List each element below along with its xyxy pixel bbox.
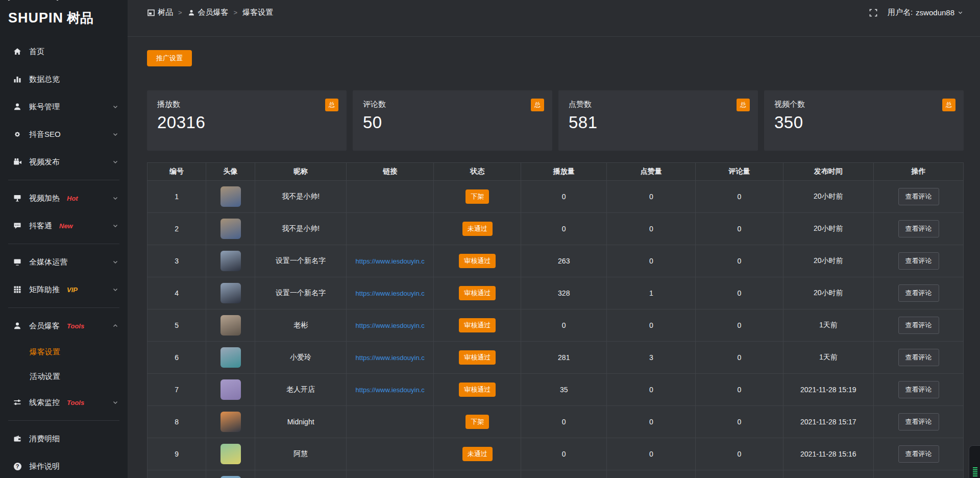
sidebar-item-tag: Tools: [67, 399, 84, 407]
sidebar-item-label: 抖客通: [29, 221, 52, 231]
status-badge[interactable]: 审核通过: [459, 350, 496, 365]
video-link[interactable]: https://www.iesdouyin.c: [349, 386, 431, 394]
cell-action: [874, 470, 964, 478]
avatar: [220, 379, 241, 400]
cell-link: [347, 406, 434, 438]
column-header: 发布时间: [783, 163, 873, 181]
view-comments-button[interactable]: 查看评论: [898, 381, 939, 398]
value-plays: 0: [562, 321, 566, 329]
sidebar-item-label: 矩阵助推: [29, 285, 60, 295]
chevron-up-icon: [112, 323, 118, 329]
cell-avatar: [206, 181, 255, 213]
view-comments-button[interactable]: 查看评论: [898, 188, 939, 205]
view-comments-button[interactable]: 查看评论: [898, 349, 939, 366]
sidebar-item-clue-monitor[interactable]: 线索监控Tools: [0, 389, 128, 416]
view-comments-button[interactable]: 查看评论: [898, 317, 939, 334]
status-badge[interactable]: 审核通过: [459, 254, 496, 268]
sidebar-item-matrix-boost[interactable]: 矩阵助推VIP: [0, 276, 128, 303]
cell-time: [783, 470, 873, 478]
sidebar-subitem-baoke-settings[interactable]: 爆客设置: [0, 340, 128, 364]
floating-widget[interactable]: [969, 445, 980, 478]
sidebar-item-douyin-seo[interactable]: 抖音SEO: [0, 121, 128, 148]
stat-card-label: 评论数: [363, 100, 542, 109]
sidebar-item-video-publish[interactable]: 视频发布: [0, 148, 128, 176]
view-comments-button[interactable]: 查看评论: [898, 252, 939, 270]
sidebar-item-data-overview[interactable]: 数据总览: [0, 65, 128, 93]
cell-nickname: 设置一个新名字: [255, 245, 347, 277]
value-likes: 0: [649, 450, 653, 458]
breadcrumb-item-shupin[interactable]: 树品: [147, 8, 173, 17]
stat-card-label: 播放数: [157, 100, 336, 109]
breadcrumb: 树品 > 会员爆客 > 爆客设置: [147, 8, 278, 17]
cell-nickname: 小爱玲: [255, 342, 347, 374]
column-header: 状态: [434, 163, 521, 181]
cell-plays: [521, 470, 607, 478]
cell-nickname: 我不是小帅!: [255, 181, 347, 213]
table-row: 8Midnight下架0002021-11-28 15:17查看评论: [148, 406, 964, 438]
video-link[interactable]: https://www.iesdouyin.c: [349, 354, 431, 362]
cell-link: [347, 438, 434, 470]
cell-comments: 0: [696, 342, 783, 374]
promotion-settings-button[interactable]: 推广设置: [147, 50, 192, 66]
sidebar-item-label: 视频发布: [29, 157, 60, 167]
chevron-down-icon: [112, 399, 118, 405]
view-comments-button[interactable]: 查看评论: [898, 284, 939, 302]
cell-action: 查看评论: [874, 277, 964, 309]
status-badge[interactable]: 审核通过: [459, 383, 496, 397]
value-likes: 3: [649, 353, 653, 362]
status-badge[interactable]: 未通过: [462, 447, 493, 461]
table-row: 6小爱玲https://www.iesdouyin.c审核通过281301天前查…: [148, 342, 964, 374]
value-plays: 0: [562, 450, 566, 458]
video-link[interactable]: https://www.iesdouyin.c: [349, 290, 431, 297]
cell-nickname: 老人开店: [255, 374, 347, 406]
video-link[interactable]: https://www.iesdouyin.c: [349, 257, 431, 265]
view-comments-button[interactable]: 查看评论: [898, 445, 939, 463]
sidebar-item-home[interactable]: 首页: [0, 38, 128, 65]
row-number: 9: [175, 450, 179, 458]
avatar: [220, 412, 241, 432]
cell-status: 审核通过: [434, 374, 521, 406]
cell-link: [347, 470, 434, 478]
app-logo[interactable]: SHUPIN 树品: [0, 0, 128, 36]
logo-text: SHUPIN: [8, 11, 63, 25]
row-number: 8: [175, 418, 179, 426]
screen-icon: [12, 194, 22, 203]
user-menu[interactable]: 用户名: zswodun88: [888, 8, 963, 17]
stat-card-label: 视频个数: [774, 100, 953, 109]
video-link[interactable]: https://www.iesdouyin.c: [349, 322, 431, 329]
status-badge[interactable]: 审核通过: [459, 286, 496, 300]
sidebar-item-douketong[interactable]: 抖客通New: [0, 212, 128, 240]
nickname-text: 设置一个新名字: [276, 289, 326, 297]
videos-table: 编号头像昵称链接状态播放量点赞量评论量发布时间操作 1我不是小帅!下架00020…: [147, 162, 964, 478]
table-row: 4设置一个新名字https://www.iesdouyin.c审核通过32810…: [148, 277, 964, 309]
cell-action: 查看评论: [874, 181, 964, 213]
breadcrumb-item-member-baoke[interactable]: 会员爆客: [187, 8, 229, 17]
sidebar-subitem-activity-settings[interactable]: 活动设置: [0, 364, 128, 389]
cell-action: 查看评论: [874, 213, 964, 245]
sidebar-item-video-heat[interactable]: 视频加热Hot: [0, 184, 128, 212]
view-comments-button[interactable]: 查看评论: [898, 413, 939, 431]
sidebar-item-consume-detail[interactable]: 消费明细: [0, 425, 128, 452]
green-bars-icon: [973, 467, 977, 476]
table-row: 1我不是小帅!下架00020小时前查看评论: [148, 181, 964, 213]
column-header: 昵称: [255, 163, 347, 181]
status-badge[interactable]: 审核通过: [459, 318, 496, 332]
chevron-down-icon: [958, 10, 963, 15]
cell-avatar: [206, 470, 255, 478]
avatar: [220, 283, 241, 303]
sidebar-item-operation-guide[interactable]: ?操作说明: [0, 452, 128, 478]
view-comments-button[interactable]: 查看评论: [898, 220, 939, 237]
value-comments: 0: [738, 386, 742, 394]
status-badge[interactable]: 下架: [465, 415, 489, 429]
sidebar-item-media-operation[interactable]: 全媒体运营: [0, 248, 128, 276]
fullscreen-icon[interactable]: [869, 9, 877, 17]
status-badge[interactable]: 下架: [465, 189, 489, 204]
sidebar-item-member-baoke[interactable]: 会员爆客Tools: [0, 312, 128, 340]
cell-comments: 0: [696, 245, 783, 277]
status-badge[interactable]: 未通过: [462, 222, 493, 236]
value-likes: 0: [649, 321, 653, 329]
cell-no: [148, 470, 206, 478]
sidebar-item-account-manage[interactable]: 账号管理: [0, 93, 128, 121]
table-header-row: 编号头像昵称链接状态播放量点赞量评论量发布时间操作: [148, 163, 964, 181]
stat-card-value: 581: [569, 113, 748, 132]
